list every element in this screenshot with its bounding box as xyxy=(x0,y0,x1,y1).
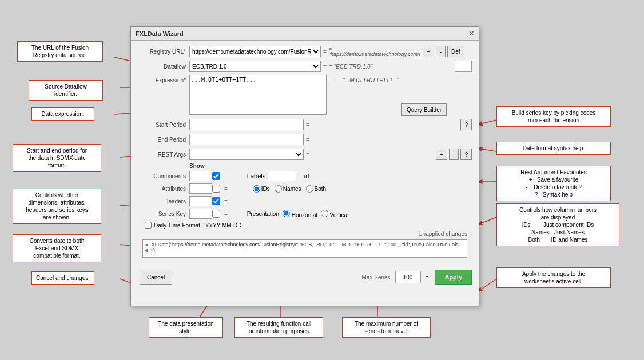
vertical-radio[interactable] xyxy=(321,210,328,217)
rest-args-row: REST Args = + - ? xyxy=(138,148,472,161)
annotation-daily-format: Converts date to bothExcel and SDMXcompa… xyxy=(13,234,101,262)
unapplied-row: Unapplied changes xyxy=(138,231,472,238)
rest-help-button[interactable]: ? xyxy=(460,149,472,160)
labels-input[interactable] xyxy=(268,171,296,181)
dataflow-label: Dataflow xyxy=(138,63,189,70)
dialog-titlebar: FXLData Wizard ✕ xyxy=(131,27,479,41)
annotation-expression: Data expression. xyxy=(31,107,94,121)
series-key-eq: = xyxy=(224,211,228,217)
unapplied-label: Unapplied changes xyxy=(418,231,467,237)
svg-line-11 xyxy=(478,149,496,151)
components-eq: = xyxy=(224,173,228,179)
max-series-label: Max Series xyxy=(362,274,391,281)
daily-format-row: Daily Time Format - YYYY-MM-DD xyxy=(145,222,472,229)
attributes-label: Attributes xyxy=(138,186,189,192)
svg-line-13 xyxy=(478,217,496,225)
start-period-row: Start Period = ? xyxy=(138,118,472,131)
rest-args-label: REST Args xyxy=(138,151,189,158)
query-builder-button[interactable]: Query Builder xyxy=(401,103,447,116)
end-period-row: End Period = xyxy=(138,133,472,146)
show-section: Show Components = Labels = id Attributes xyxy=(138,163,472,219)
daily-format-label: Daily Time Format - YYYY-MM-DD xyxy=(154,222,241,229)
rest-minus-button[interactable]: - xyxy=(449,149,459,160)
registry-url-value: = "https://demo.metadatatechnology.com/F… xyxy=(329,46,420,57)
labels-section: Labels = id xyxy=(247,171,309,181)
names-radio-label[interactable]: Names xyxy=(275,185,301,193)
registry-url-row: Registry URL* https://demo.metadatatechn… xyxy=(138,45,472,58)
dataflow-eq: = xyxy=(323,63,327,70)
names-radio[interactable] xyxy=(275,185,282,193)
max-series-eq: = xyxy=(426,274,429,281)
horizontal-radio-label[interactable]: Horizontal xyxy=(283,210,317,218)
apply-button[interactable]: Apply xyxy=(435,270,472,285)
svg-line-14 xyxy=(478,279,496,291)
presentation-label: Presentation xyxy=(247,211,279,217)
registry-plus-button[interactable]: + xyxy=(423,46,434,57)
annotation-apply: Apply the changes to theworksheet's acti… xyxy=(496,267,611,288)
dataflow-value: = "ECB,TRD,1.0" xyxy=(329,63,372,70)
ids-radio-label[interactable]: IDs xyxy=(253,185,270,193)
components-checkbox[interactable] xyxy=(212,172,220,180)
components-row: Components = Labels = id xyxy=(138,170,472,182)
dialog-title: FXLData Wizard xyxy=(136,30,184,37)
end-period-input[interactable] xyxy=(189,134,304,145)
annotation-max-series: The maximum number ofseries to retrieve. xyxy=(342,317,431,338)
series-key-checkbox[interactable] xyxy=(212,210,220,218)
date-help-button[interactable]: ? xyxy=(460,119,472,130)
headers-ref[interactable] xyxy=(189,196,212,206)
dataflow-ref-box[interactable] xyxy=(455,61,472,72)
components-ref[interactable] xyxy=(189,171,212,181)
vertical-radio-label[interactable]: Vertical xyxy=(321,210,349,218)
attributes-row: Attributes = IDs Names xyxy=(138,183,472,194)
dataflow-select[interactable]: ECB,TRD,1.0 xyxy=(189,61,321,72)
registry-url-select[interactable]: https://demo.metadatatechnology.com/Fusi… xyxy=(189,46,321,57)
dataflow-row: Dataflow ECB,TRD,1.0 = = "ECB,TRD,1.0" xyxy=(138,60,472,73)
headers-checkbox[interactable] xyxy=(212,197,220,205)
ids-names-radio-group: IDs Names Both xyxy=(253,185,326,193)
registry-def-button[interactable]: Def xyxy=(447,46,464,57)
daily-format-checkbox[interactable] xyxy=(145,222,152,229)
attributes-eq: = xyxy=(224,186,228,192)
start-period-input[interactable] xyxy=(189,119,304,130)
annotation-formula-call: The resulting function callfor informati… xyxy=(234,317,323,338)
annotation-presentation: The data presentationstyle. xyxy=(149,317,223,338)
start-period-label: Start Period xyxy=(138,122,189,128)
end-period-label: End Period xyxy=(138,137,189,143)
registry-url-label: Registry URL* xyxy=(138,49,189,55)
horizontal-radio[interactable] xyxy=(283,210,290,217)
ids-names-section: IDs Names Both xyxy=(253,185,326,193)
max-series-input[interactable] xyxy=(395,271,421,283)
headers-label: Headers xyxy=(138,198,189,205)
annotation-rest-args: Rest Argument Favourites+ Save a favouri… xyxy=(496,166,611,201)
dialog-footer: Cancel Max Series = Apply xyxy=(131,266,479,288)
expression-display: = "...M.0T1+0TT+1TT..." xyxy=(338,77,399,83)
attributes-checkbox[interactable] xyxy=(212,185,220,193)
series-key-row: Series Key = Presentation Horizontal Ver… xyxy=(138,208,472,219)
attributes-ref[interactable] xyxy=(189,183,212,194)
both-radio[interactable] xyxy=(306,185,313,193)
dialog-close-button[interactable]: ✕ xyxy=(468,30,474,38)
both-radio-label[interactable]: Both xyxy=(306,185,327,193)
cancel-button[interactable]: Cancel xyxy=(140,270,172,285)
expression-input[interactable]: ...M.0T1+0TT+1TT... xyxy=(189,75,327,115)
svg-line-10 xyxy=(478,120,496,125)
annotation-date-format: Date format syntax help. xyxy=(496,142,611,155)
annotation-column-numbers: Controls how column numbersare displayed… xyxy=(496,203,619,246)
expression-eq: = xyxy=(329,77,332,83)
formula-bar: =FXLData("https://demo.metadatatechnolog… xyxy=(142,239,467,258)
series-key-ref[interactable] xyxy=(189,209,212,219)
annotation-start-end-period: Start and end period forthe data in SDMX… xyxy=(13,144,101,172)
components-label: Components xyxy=(138,173,189,179)
registry-url-eq: = xyxy=(323,49,327,55)
fxldata-wizard-dialog: FXLData Wizard ✕ Registry URL* https://d… xyxy=(130,26,479,306)
dialog-body: Registry URL* https://demo.metadatatechn… xyxy=(131,41,479,263)
headers-row: Headers = xyxy=(138,195,472,207)
annotation-components: Controls whetherdimensions, attributes,h… xyxy=(13,189,101,224)
rest-args-select[interactable] xyxy=(189,149,304,160)
registry-minus-button[interactable]: - xyxy=(436,46,446,57)
ids-radio[interactable] xyxy=(253,185,260,193)
annotation-cancel: Cancel and changes. xyxy=(31,271,94,285)
annotation-query-builder: Build series key by picking codesfrom ea… xyxy=(496,106,611,127)
rest-args-eq: = xyxy=(306,151,309,158)
rest-plus-button[interactable]: + xyxy=(436,149,447,160)
